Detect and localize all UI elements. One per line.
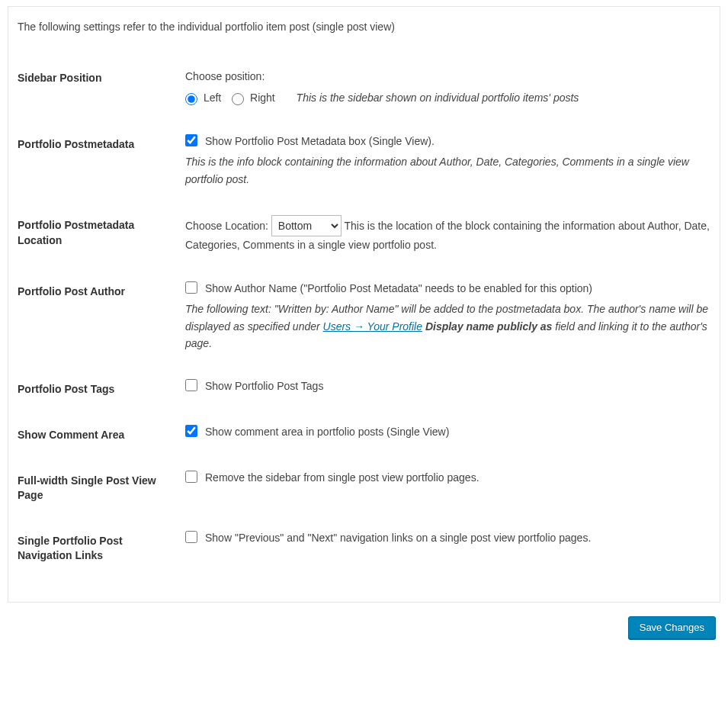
checkbox-post-author[interactable] (185, 281, 197, 294)
author-note-strong: Display name publicly as (422, 320, 555, 333)
post-author-note: The following text: "Written by: Author … (185, 301, 710, 352)
settings-panel: The following settings refer to the indi… (8, 6, 720, 603)
row-label-navlinks: Single Portfolio Post Navigation Links (18, 519, 185, 579)
row-label-post-tags: Portfolio Post Tags (18, 367, 185, 413)
sidebar-position-note: This is the sidebar shown on individual … (297, 92, 579, 104)
panel-intro: The following settings refer to the indi… (18, 21, 710, 33)
radio-left[interactable] (185, 93, 197, 105)
settings-form-table: Sidebar Position Choose position: Left R… (18, 56, 710, 579)
row-label-sidebar-position: Sidebar Position (18, 56, 185, 122)
radio-right[interactable] (232, 93, 244, 105)
radio-right-label[interactable]: Right (232, 92, 277, 104)
checkbox-fullwidth[interactable] (185, 471, 197, 483)
row-label-post-author: Portfolio Post Author (18, 269, 185, 368)
radio-left-text: Left (204, 92, 221, 104)
radio-left-label[interactable]: Left (185, 92, 224, 104)
checkbox-postmetadata-label: Show Portfolio Post Metadata box (Single… (205, 134, 435, 149)
checkbox-comment-area-label: Show comment area in portfolio posts (Si… (205, 425, 449, 440)
checkbox-post-author-label: Show Author Name ("Portfolio Post Metada… (205, 281, 592, 297)
row-label-postmetadata-location: Portfolio Postmetadata Location (18, 203, 185, 268)
choose-position-label: Choose position: (185, 68, 710, 85)
radio-right-text: Right (250, 92, 275, 104)
link-users-profile[interactable]: Users → Your Profile (323, 320, 422, 333)
checkbox-postmetadata[interactable] (185, 134, 197, 146)
save-changes-button[interactable]: Save Changes (628, 616, 716, 639)
row-label-postmetadata: Portfolio Postmetadata (18, 122, 185, 203)
checkbox-post-tags[interactable] (185, 379, 197, 391)
checkbox-fullwidth-label: Remove the sidebar from single post view… (205, 471, 479, 486)
row-label-fullwidth: Full-width Single Post View Page (18, 458, 185, 519)
checkbox-comment-area[interactable] (185, 425, 197, 437)
select-postmetadata-location[interactable]: Bottom (271, 215, 342, 236)
postmetadata-note: This is the info block containing the in… (185, 153, 710, 188)
checkbox-post-tags-label: Show Portfolio Post Tags (205, 379, 323, 394)
checkbox-navlinks[interactable] (185, 531, 197, 543)
checkbox-navlinks-label: Show "Previous" and "Next" navigation li… (205, 531, 591, 546)
choose-location-label: Choose Location: (185, 220, 268, 232)
row-label-comment-area: Show Comment Area (18, 413, 185, 458)
